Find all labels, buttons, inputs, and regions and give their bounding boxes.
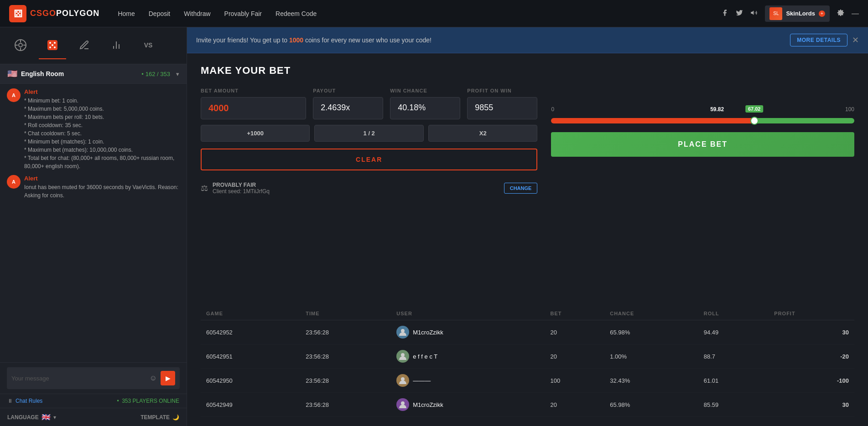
logo[interactable]: ⚄ CSGOPOLYGON [9, 5, 99, 22]
td-roll: 85.59 [698, 393, 769, 417]
language-label: LANGUAGE [7, 414, 39, 421]
user-name-cell[interactable]: e f f e c T [413, 353, 437, 360]
td-roll: 88.7 [698, 344, 769, 369]
chat-text-1: * Minimum bet: 1 coin. * Maximum bet: 5,… [24, 97, 180, 170]
slider-background [551, 118, 854, 123]
chat-input[interactable] [11, 375, 146, 382]
nav-deposit[interactable]: Deposit [149, 10, 170, 17]
slider-min: 0 [551, 106, 554, 113]
header-right: SL SkinLords + — [721, 5, 859, 22]
user-name-cell[interactable]: M1croZzikk [413, 329, 443, 336]
chat-text-2: Ionut has been muted for 36000 seconds b… [24, 183, 180, 200]
bet-left-col: BET AMOUNT PAYOUT WIN CHANCE PROFIT ON W… [201, 88, 537, 199]
user-name-cell[interactable]: M1croZzikk [413, 401, 443, 408]
user-area[interactable]: SL SkinLords + [765, 5, 830, 22]
th-time: TIME [300, 307, 391, 320]
double-button[interactable]: X2 [428, 125, 537, 142]
bet-right-col: 0 59.82 67.02 100 PLACE BET [551, 88, 854, 199]
provably-fair-section: ⚖ PROVABLY FAIR Client seed: 1MTiiJrfGq … [201, 177, 537, 199]
change-seed-button[interactable]: CHANGE [504, 183, 538, 194]
nav-redeem-code[interactable]: Redeem Code [275, 10, 317, 17]
plus1000-button[interactable]: +1000 [201, 125, 310, 142]
room-selector[interactable]: 🇺🇸 English Room •162 / 353 ▾ [0, 64, 187, 84]
svg-text:⚄: ⚄ [14, 8, 22, 19]
user-avatar-small [396, 374, 409, 387]
nav-provably-fair[interactable]: Provably Fair [224, 10, 262, 17]
svg-point-19 [401, 329, 405, 333]
slider-track[interactable] [551, 116, 854, 125]
facebook-icon[interactable] [721, 9, 728, 18]
game-area: MAKE YOUR BET BET AMOUNT PAYOUT WIN CHAN… [187, 53, 868, 307]
clear-button[interactable]: CLEAR [201, 149, 537, 170]
place-bet-button[interactable]: PLACE BET [551, 132, 854, 157]
svg-point-13 [49, 46, 51, 48]
td-roll: 61.01 [698, 369, 769, 393]
slider-max: 100 [845, 106, 854, 113]
td-chance: 1.00% [604, 344, 698, 369]
user-name-cell[interactable]: ——— [413, 377, 431, 384]
more-details-button[interactable]: MORE DETAILS [790, 34, 847, 46]
nav-home[interactable]: Home [118, 10, 135, 17]
game-tab-crash[interactable] [71, 32, 98, 59]
game-tab-vs[interactable]: VS [135, 32, 162, 59]
th-bet: BET [545, 307, 605, 320]
td-chance: 65.98% [604, 393, 698, 417]
td-time: 23:56:28 [300, 320, 391, 344]
td-profit: -100 [769, 369, 854, 393]
logo-text-csgo: CSGO [30, 9, 56, 18]
menu-icon[interactable]: — [852, 10, 859, 18]
send-button[interactable]: ▶ [161, 371, 175, 385]
slider-numbers: 0 59.82 67.02 100 [551, 106, 854, 113]
payout-value: 2.4639x [313, 97, 383, 119]
bet-labels-row: BET AMOUNT PAYOUT WIN CHANCE PROFIT ON W… [201, 88, 537, 93]
banner: Invite your friends! You get up to 1000 … [187, 27, 868, 53]
user-avatar-small [396, 350, 409, 363]
chat-message-2: A Alert Ionut has been muted for 36000 s… [7, 175, 180, 200]
table-row: 60542951 23:56:28 e f f e c T 20 1.00% 8… [201, 344, 854, 369]
chat-avatar-2: A [7, 175, 21, 189]
bet-inputs-row: 2.4639x 40.18% 9855 [201, 97, 537, 119]
user-avatar-small [396, 398, 409, 411]
nav-withdraw[interactable]: Withdraw [184, 10, 210, 17]
profit-label: PROFIT ON WIN [467, 88, 537, 93]
banner-close-button[interactable]: ✕ [852, 35, 859, 45]
sidebar-bottom: LANGUAGE 🇬🇧 ▾ TEMPLATE 🌙 [0, 408, 187, 426]
th-chance: CHANCE [604, 307, 698, 320]
settings-icon[interactable] [837, 9, 844, 18]
game-tab-chart[interactable] [103, 32, 130, 59]
room-dropdown-icon: ▾ [176, 71, 179, 77]
flag-icon: 🇬🇧 [42, 413, 51, 421]
language-area[interactable]: LANGUAGE 🇬🇧 ▾ [7, 413, 56, 421]
game-tab-dice[interactable] [39, 32, 66, 59]
history-thead: GAME TIME USER BET CHANCE ROLL PROFIT [201, 307, 854, 320]
template-area[interactable]: TEMPLATE 🌙 [140, 414, 179, 421]
pause-icon[interactable]: ⏸ [7, 398, 13, 404]
plus-badge: + [819, 10, 825, 17]
game-tab-roulette[interactable] [7, 32, 34, 59]
history-table: GAME TIME USER BET CHANCE ROLL PROFIT 60… [201, 307, 854, 417]
slider-badge: 67.02 [745, 105, 764, 113]
svg-point-15 [52, 44, 53, 46]
td-time: 23:56:28 [300, 393, 391, 417]
td-game: 60542952 [201, 320, 300, 344]
slider-thumb[interactable] [750, 117, 759, 125]
half-button[interactable]: 1 / 2 [314, 125, 423, 142]
bet-amount-label: BET AMOUNT [201, 88, 306, 93]
emoji-button[interactable]: ☺ [150, 374, 157, 382]
td-game: 60542949 [201, 393, 300, 417]
content: Invite your friends! You get up to 1000 … [187, 27, 868, 426]
pf-label: PROVABLY FAIR [213, 182, 499, 188]
win-chance-label: WIN CHANCE [390, 88, 460, 93]
room-flag: 🇺🇸 [7, 69, 17, 79]
bet-actions: +1000 1 / 2 X2 [201, 125, 537, 142]
bet-amount-input[interactable] [201, 97, 306, 119]
chat-username-2: Alert [24, 175, 180, 182]
user-avatar-small [396, 326, 409, 339]
chat-rules-link[interactable]: Chat Rules [16, 398, 42, 404]
twitter-icon[interactable] [736, 9, 743, 18]
td-game: 60542950 [201, 369, 300, 393]
history-tbody: 60542952 23:56:28 M1croZzikk 20 65.98% 9… [201, 320, 854, 417]
volume-icon[interactable] [750, 9, 758, 18]
th-game: GAME [201, 307, 300, 320]
game-tabs: VS [0, 27, 187, 64]
